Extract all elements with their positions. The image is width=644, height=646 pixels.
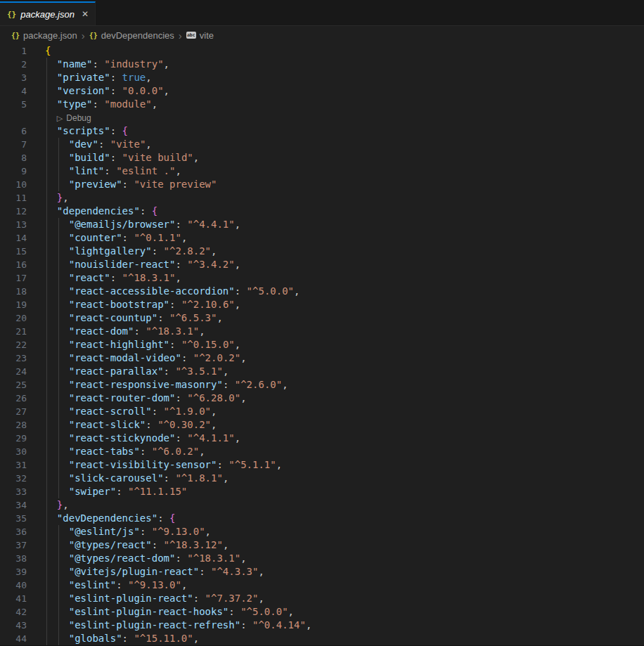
token-pun: : [157,312,169,323]
code-editor[interactable]: 1{2 "name": "industry",3 "private": true… [0,44,644,645]
token-str: "^4.1.1" [187,432,234,444]
code-line-31[interactable]: 31 "react-visibility-sensor": "^5.1.1", [0,458,644,472]
code-line-1[interactable]: 1{ [0,44,644,58]
token-str: "^3.5.1" [175,366,222,377]
breadcrumb-item-devDependencies[interactable]: {}devDependencies [89,30,174,41]
code-line-37[interactable]: 37 "@types/react": "^18.3.12", [0,538,644,552]
line-number: 10 [0,178,27,191]
code-line-23[interactable]: 23 "react-modal-video": "^2.0.2", [0,351,644,365]
code-line-9[interactable]: 9 "lint": "eslint .", [0,164,644,178]
indent-guide [46,432,47,445]
code-line-15[interactable]: 15 "lightgallery": "^2.8.2", [0,245,644,258]
token-str: "^0.30.2" [157,419,211,430]
code-line-43[interactable]: 43 "eslint-plugin-react-refresh": "^0.4.… [0,619,644,632]
breadcrumb-item-package.json[interactable]: {}package.json [11,30,77,41]
indent-guide [46,498,47,512]
code-line-24[interactable]: 24 "react-parallax": "^3.5.1", [0,365,644,378]
token-str: "^4.4.1" [187,219,234,230]
code-line-32[interactable]: 32 "slick-carousel": "^1.8.1", [0,472,644,485]
line-content: "lint": "eslint .", [45,164,644,178]
close-icon[interactable]: ✕ [82,10,89,18]
code-line-12[interactable]: 12 "dependencies": { [0,205,644,218]
code-line-33[interactable]: 33 "swiper": "^11.1.15" [0,485,644,498]
token-key: "react-modal-video" [69,352,181,363]
indent-guide [58,285,59,298]
token-key: "react-responsive-masonry" [69,379,223,390]
code-line-40[interactable]: 40 "eslint": "^9.13.0", [0,579,644,592]
token-str: "^6.28.0" [187,392,240,403]
token-pun: , [240,352,246,363]
indent-guide [46,579,47,592]
code-line-39[interactable]: 39 "@vitejs/plugin-react": "^4.3.3", [0,565,644,579]
code-line-22[interactable]: 22 "react-highlight": "^0.15.0", [0,338,644,351]
token-str: "^9.13.0" [152,526,205,537]
token-key: "scripts" [57,125,110,136]
token-pun: , [199,325,205,337]
indent-guide [46,138,47,151]
debug-codelens[interactable]: ▷Debug [45,112,91,125]
token-key: "slick-carousel" [69,472,164,484]
code-line-19[interactable]: 19 "react-bootstrap": "^2.10.6", [0,298,644,311]
indent-guide [58,552,59,565]
code-line-44[interactable]: 44 "globals": "^15.11.0", [0,632,644,645]
breadcrumb-item-vite[interactable]: abcvite [186,30,214,41]
code-line-42[interactable]: 42 "eslint-plugin-react-hooks": "^5.0.0"… [0,605,644,619]
code-line-4[interactable]: 4 "version": "0.0.0", [0,84,644,98]
code-line-5[interactable]: 5 "type": "module", [0,98,644,111]
indent-guide [46,98,47,111]
indent-guide [46,218,47,231]
code-line-3[interactable]: 3 "private": true, [0,71,644,84]
code-line-14[interactable]: 14 "counter": "^0.1.1", [0,231,644,245]
code-line-6[interactable]: 6 "scripts": { [0,124,644,138]
code-line-16[interactable]: 16 "nouislider-react": "^3.4.2", [0,258,644,271]
code-line-7[interactable]: 7 "dev": "vite", [0,138,644,151]
indent-guide [58,365,59,378]
token-pun: , [152,98,157,110]
code-line-13[interactable]: 13 "@emailjs/browser": "^4.4.1", [0,218,644,231]
codelens-row[interactable]: ▷Debug [0,111,644,124]
code-line-28[interactable]: 28 "react-slick": "^0.30.2", [0,418,644,432]
indent-guide [58,218,59,231]
indent-guide [58,432,59,445]
code-line-38[interactable]: 38 "@types/react-dom": "^18.3.1", [0,552,644,565]
code-line-26[interactable]: 26 "react-router-dom": "^6.28.0", [0,392,644,405]
code-line-27[interactable]: 27 "react-scroll": "^1.9.0", [0,405,644,418]
code-line-10[interactable]: 10 "preview": "vite preview" [0,178,644,191]
code-line-18[interactable]: 18 "react-accessible-accordion": "^5.0.0… [0,285,644,298]
token-pun: : [181,352,193,363]
token-pun: , [164,58,169,70]
code-line-11[interactable]: 11 }, [0,191,644,205]
token-str: "industry" [104,58,163,70]
indent-guide [46,231,47,245]
code-line-35[interactable]: 35 "devDependencies": { [0,512,644,525]
token-b1: { [45,45,51,56]
indent-guide [58,245,59,258]
code-line-30[interactable]: 30 "react-tabs": "^6.0.2", [0,445,644,458]
code-line-2[interactable]: 2 "name": "industry", [0,58,644,71]
token-str: "^3.4.2" [187,259,234,270]
line-content: "eslint-plugin-react-refresh": "^0.4.14"… [45,619,644,632]
code-line-41[interactable]: 41 "eslint-plugin-react": "^7.37.2", [0,592,644,605]
code-line-25[interactable]: 25 "react-responsive-masonry": "^2.6.0", [0,378,644,392]
token-pun: : [235,285,247,297]
line-number: 39 [0,565,27,579]
token-pun: , [306,619,311,631]
token-str: "^5.0.0" [247,285,294,297]
code-line-17[interactable]: 17 "react": "^18.3.1", [0,271,644,285]
tab-package-json[interactable]: {} package.json ✕ [0,1,96,25]
code-line-21[interactable]: 21 "react-dom": "^18.3.1", [0,325,644,338]
code-line-34[interactable]: 34 }, [0,498,644,512]
json-braces-icon: {} [89,32,98,39]
code-line-8[interactable]: 8 "build": "vite build", [0,151,644,164]
line-number: 20 [0,311,27,325]
line-content: "@emailjs/browser": "^4.4.1", [45,218,644,231]
code-line-36[interactable]: 36 "@eslint/js": "^9.13.0", [0,525,644,538]
line-content: "react-accessible-accordion": "^5.0.0", [45,285,644,298]
token-str: "^7.37.2" [205,593,259,604]
line-content: "type": "module", [45,98,644,111]
code-line-29[interactable]: 29 "react-stickynode": "^4.1.1", [0,432,644,445]
line-number: 8 [0,151,27,164]
line-number: 38 [0,552,27,565]
token-str: "^18.3.1" [122,272,176,283]
code-line-20[interactable]: 20 "react-countup": "^6.5.3", [0,311,644,325]
